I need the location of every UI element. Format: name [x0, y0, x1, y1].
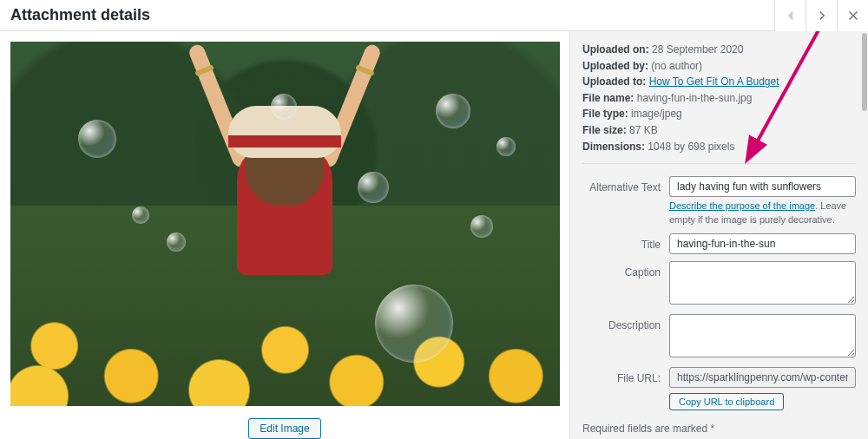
close-button[interactable] — [837, 0, 868, 31]
scrollbar-track[interactable] — [861, 31, 868, 439]
file-url-label: File URL: — [582, 367, 669, 384]
title-label: Title — [582, 233, 669, 251]
description-input[interactable] — [669, 314, 856, 357]
header-nav — [774, 0, 868, 30]
details-panel: Uploaded on: 28 September 2020 Uploaded … — [569, 31, 868, 439]
next-button[interactable] — [806, 0, 837, 31]
close-icon — [845, 8, 861, 23]
chevron-right-icon — [814, 8, 830, 23]
alt-text-label: Alternative Text — [582, 176, 669, 193]
description-label: Description — [582, 314, 669, 331]
file-url-input[interactable] — [669, 367, 856, 388]
alt-text-input[interactable] — [669, 176, 856, 197]
image-panel: Edit Image — [0, 31, 569, 439]
edit-image-button[interactable]: Edit Image — [248, 418, 320, 439]
caption-input[interactable] — [669, 261, 856, 305]
chevron-left-icon — [783, 8, 799, 23]
modal-header: Attachment details — [0, 0, 868, 31]
alt-text-helper: Describe the purpose of the image. Leave… — [669, 200, 856, 226]
caption-label: Caption — [582, 261, 669, 278]
required-fields-note: Required fields are marked * — [582, 423, 856, 435]
alt-helper-link[interactable]: Describe the purpose of the image — [669, 200, 815, 211]
scrollbar-thumb[interactable] — [862, 33, 867, 111]
title-input[interactable] — [669, 233, 856, 254]
uploaded-to-link[interactable]: How To Get Fit On A Budget — [649, 75, 779, 88]
copy-url-button[interactable]: Copy URL to clipboard — [669, 393, 784, 410]
attachment-image — [10, 42, 560, 406]
modal-title: Attachment details — [10, 6, 150, 24]
prev-button[interactable] — [774, 0, 806, 31]
file-meta: Uploaded on: 28 September 2020 Uploaded … — [582, 42, 856, 164]
modal-body: Edit Image Uploaded on: 28 September 202… — [0, 31, 868, 439]
